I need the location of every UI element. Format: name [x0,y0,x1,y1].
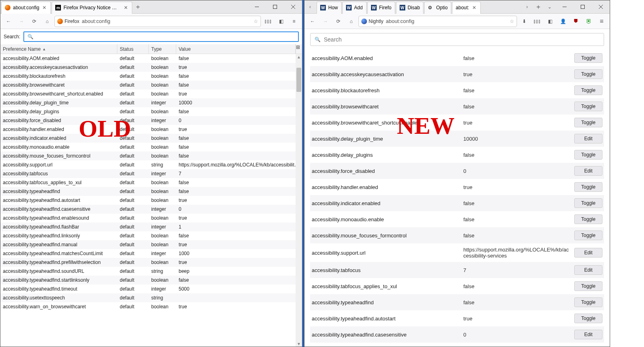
minimize-button[interactable] [555,1,573,13]
pref-row[interactable]: accessibility.typeaheadfind.linksonlydef… [0,231,302,240]
menu-button[interactable]: ≡ [596,16,607,27]
pref-row[interactable]: accessibility.delay_plugin_timedefaultin… [0,98,302,107]
pref-row[interactable]: accessibility.force_disableddefaultinteg… [0,116,302,125]
url-bar[interactable]: Firefox about:config ☆ [54,16,261,27]
toggle-button[interactable]: Toggle [574,53,602,63]
pref-row[interactable]: accessibility.typeaheadfind.flashBardefa… [0,222,302,231]
maximize-button[interactable] [266,1,284,13]
toggle-button[interactable]: Toggle [574,69,602,79]
home-button[interactable]: ⌂ [42,16,53,27]
toggle-button[interactable]: Toggle [574,85,602,95]
account-button[interactable]: 👤 [557,16,569,27]
column-picker[interactable]: ⊞ [296,44,302,54]
edit-button[interactable]: Edit [574,265,602,275]
extension-shield-icon[interactable]: ⛨ [583,16,594,27]
browser-tab[interactable]: WFirefo [367,2,395,14]
toggle-button[interactable]: Toggle [574,231,602,240]
toggle-button[interactable]: Toggle [574,214,602,224]
col-value[interactable]: Value [176,44,296,54]
reload-button[interactable]: ⟳ [29,16,40,27]
pref-row[interactable]: accessibility.accesskeycausesactivationd… [0,63,302,72]
vertical-scrollbar[interactable]: ▴ ▾ [296,54,302,347]
new-tab-button[interactable]: ＋ [132,1,144,13]
all-tabs-button[interactable]: ⌄ [544,1,555,13]
library-button[interactable]: ⫿⫿⫿ [263,16,274,27]
col-pref-name[interactable]: Preference Name▲ [0,44,117,54]
pref-row[interactable]: accessibility.AOM.enableddefaultbooleanf… [0,54,302,63]
tab-close-icon[interactable]: ✕ [42,5,47,10]
pref-row[interactable]: accessibility.mouse_focuses_formcontrold… [0,152,302,160]
pref-row[interactable]: accessibility.monoaudio.enabledefaultboo… [0,143,302,152]
config-search-input[interactable]: 🔍 [23,31,299,42]
pref-row[interactable]: accessibility.usetexttospeechdefaultstri… [0,293,302,302]
col-type[interactable]: Type [149,44,176,54]
toggle-button[interactable]: Toggle [574,118,602,127]
browser-tab[interactable]: mFirefox Privacy Notice — Mozilla✕ [52,2,132,14]
pref-row[interactable]: accessibility.typeaheadfind.casesensitiv… [0,205,302,214]
toggle-button[interactable]: Toggle [574,297,602,307]
pref-row[interactable]: accessibility.typeaheadfind.manualdefaul… [0,240,302,249]
back-button[interactable]: ← [3,16,14,27]
sidebar-button[interactable]: ◧ [544,16,556,27]
toggle-button[interactable]: Toggle [574,281,602,291]
prefs-list[interactable]: accessibility.AOM.enabledfalseToggleacce… [304,48,610,347]
pref-row[interactable]: accessibility.typeaheadfind.soundURLdefa… [0,267,302,276]
browser-tab[interactable]: WHow [317,2,342,14]
scroll-up-arrow[interactable]: ▴ [296,54,302,60]
pref-row[interactable]: accessibility.delay_pluginsdefaultboolea… [0,107,302,116]
pref-row[interactable]: accessibility.blockautorefreshdefaultboo… [0,72,302,81]
col-status[interactable]: Status [117,44,149,54]
config-search-input[interactable]: 🔍 [310,33,604,46]
toggle-button[interactable]: Toggle [574,182,602,192]
search-field[interactable] [36,34,295,40]
pref-row[interactable]: accessibility.support.urldefaultstringht… [0,160,302,169]
pref-row[interactable]: accessibility.warn_on_browsewithcaretdef… [0,302,302,311]
pref-row[interactable]: accessibility.typeaheadfind.enablesoundd… [0,214,302,222]
tab-scroll-left[interactable]: ‹ [304,1,316,13]
extension-ublock-icon[interactable]: ⛊ [570,16,581,27]
pref-row[interactable]: accessibility.typeaheadfind.timeoutdefau… [0,285,302,293]
pref-row[interactable]: accessibility.typeaheadfind.autostartdef… [0,196,302,205]
prefs-table-body[interactable]: accessibility.AOM.enableddefaultbooleanf… [0,54,302,347]
tab-scroll-right[interactable]: › [521,1,533,13]
back-button[interactable]: ← [307,16,318,27]
edit-button[interactable]: Edit [574,134,602,143]
toggle-button[interactable]: Toggle [574,102,602,111]
scroll-thumb[interactable] [296,68,301,92]
tab-close-icon[interactable]: ✕ [471,5,477,10]
close-window-button[interactable] [592,1,610,13]
pref-row[interactable]: accessibility.typeaheadfind.startlinkson… [0,276,302,285]
edit-button[interactable]: Edit [574,248,602,258]
toggle-button[interactable]: Toggle [574,198,602,208]
menu-button[interactable]: ≡ [288,16,300,27]
browser-tab[interactable]: WDisab [396,2,424,14]
pref-row[interactable]: accessibility.typeaheadfind.prefillwiths… [0,258,302,267]
search-field[interactable] [324,36,600,43]
pref-row[interactable]: accessibility.handler.enableddefaultbool… [0,125,302,134]
new-tab-button[interactable]: ＋ [533,1,544,13]
browser-tab[interactable]: WAdd [342,2,367,14]
browser-tab[interactable]: Optio [424,2,451,14]
pref-row[interactable]: accessibility.browsewithcaretdefaultbool… [0,81,302,89]
scroll-down-arrow[interactable]: ▾ [296,341,302,347]
browser-tab[interactable]: about:✕ [452,2,481,14]
edit-button[interactable]: Edit [574,330,602,339]
tab-close-icon[interactable]: ✕ [123,5,129,10]
pref-row[interactable]: accessibility.tabfocus_applies_to_xuldef… [0,178,302,187]
sidebar-button[interactable]: ◧ [275,16,287,27]
minimize-button[interactable] [248,1,266,13]
toggle-button[interactable]: Toggle [574,314,602,323]
browser-tab[interactable]: about:config✕ [1,2,51,14]
pref-row[interactable]: accessibility.typeaheadfind.matchesCount… [0,249,302,258]
maximize-button[interactable] [573,1,592,13]
close-window-button[interactable] [284,1,302,13]
pref-row[interactable]: accessibility.browsewithcaret_shortcut.e… [0,89,302,98]
url-bar[interactable]: Nightly about:config ☆ [358,16,517,27]
toggle-button[interactable]: Toggle [574,150,602,160]
library-button[interactable]: ⫿⫿⫿ [531,16,543,27]
bookmark-star-icon[interactable]: ☆ [254,19,258,24]
downloads-button[interactable]: ⬇ [519,16,530,27]
pref-row[interactable]: accessibility.indicator.enableddefaultbo… [0,134,302,143]
bookmark-star-icon[interactable]: ☆ [510,19,514,24]
edit-button[interactable]: Edit [574,166,602,176]
